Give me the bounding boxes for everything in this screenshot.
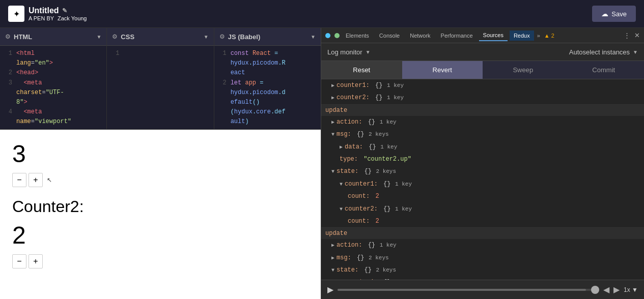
code-line: hydux.picodom.R <box>218 58 317 68</box>
tree-arrow-icon[interactable]: ▶ <box>331 94 334 102</box>
reset-button[interactable]: Reset <box>321 61 402 79</box>
close-devtools-button[interactable]: ✕ <box>634 32 640 39</box>
js-panel-dropdown-icon[interactable]: ▼ <box>311 34 316 40</box>
code-line: 1 <box>111 49 209 58</box>
log-entry-header: update <box>321 228 644 239</box>
css-panel: ⚙ CSS ▼ 1 <box>107 28 214 129</box>
log-tree-item: ▶ counter2: {} 1 key <box>321 92 644 104</box>
log-tree-item: ▶ msg: {} 2 keys <box>321 252 644 264</box>
css-panel-header: ⚙ CSS ▼ <box>107 28 213 46</box>
counter2-plus-button[interactable]: + <box>29 254 43 268</box>
save-button[interactable]: Save <box>592 6 636 22</box>
sweep-button[interactable]: Sweep <box>483 61 564 79</box>
counter2-value: 2 <box>12 221 309 249</box>
devtools-nav-icons <box>325 33 340 38</box>
pen-title: Untitled ✎ <box>29 6 87 15</box>
nav-icon-pointer <box>325 33 330 38</box>
code-line: charset="UTF- <box>4 88 102 98</box>
log-tree-item: ▼ msg: {} 2 keys <box>321 128 644 140</box>
progress-thumb[interactable] <box>591 286 599 294</box>
log-entry: ▶ counter1: {} 1 key ▶ counter2: {} 1 ke… <box>321 79 644 105</box>
progress-fill <box>338 289 586 291</box>
html-gear-icon[interactable]: ⚙ <box>5 33 11 40</box>
redux-autoselect-area: Autoselect instances ▼ <box>569 48 638 56</box>
counter1-plus-button[interactable]: + <box>29 173 43 187</box>
commit-button[interactable]: Commit <box>564 61 645 79</box>
counter2-minus-button[interactable]: − <box>12 254 26 268</box>
tree-arrow-icon[interactable]: ▼ <box>340 205 343 214</box>
log-tree-item: count: 2 <box>321 190 644 202</box>
tab-network[interactable]: Network <box>406 31 434 41</box>
tab-elements[interactable]: Elements <box>342 31 373 41</box>
more-tabs-icon[interactable]: » <box>537 33 540 39</box>
html-panel-dropdown-icon[interactable]: ▼ <box>96 34 101 40</box>
js-panel-content[interactable]: 1 const React = hydux.picodom.R eact 2 l… <box>214 46 321 129</box>
tree-arrow-icon[interactable]: ▶ <box>331 254 334 262</box>
next-button[interactable]: ▶ <box>613 285 620 294</box>
logo-icon: ✦ <box>8 6 24 22</box>
html-panel-content[interactable]: 1 <html lang="en"> 2 <head> 3 <meta <box>0 46 106 129</box>
redux-monitor-dropdown-icon[interactable]: ▼ <box>366 49 371 55</box>
tab-sources[interactable]: Sources <box>479 30 508 41</box>
code-line: 1 <html <box>4 49 102 58</box>
speed-selector[interactable]: 1x ▼ <box>624 286 638 293</box>
tab-performance[interactable]: Performance <box>437 31 477 41</box>
css-panel-content[interactable]: 1 <box>107 46 213 129</box>
tree-arrow-icon[interactable]: ▼ <box>331 266 334 275</box>
revert-button[interactable]: Revert <box>402 61 483 79</box>
tree-arrow-icon[interactable]: ▶ <box>331 81 334 90</box>
devtools-top-nav: Elements Console Network Performance Sou… <box>321 28 644 43</box>
log-entry-update-2: update ▶ action: {} 1 key ▶ msg: {} 2 ke… <box>321 228 644 280</box>
redux-toolbar: Log monitor ▼ Autoselect instances ▼ <box>321 43 644 61</box>
cursor-indicator: ↖ <box>47 176 52 184</box>
redux-autoselect-label: Autoselect instances <box>569 48 630 56</box>
tree-arrow-icon[interactable]: ▶ <box>331 118 334 127</box>
code-line: 3 <meta <box>4 78 102 88</box>
redux-actions-bar: Reset Revert Sweep Commit <box>321 61 644 79</box>
css-gear-icon[interactable]: ⚙ <box>112 33 118 40</box>
code-line: 1 const React = <box>218 49 317 58</box>
tree-arrow-icon[interactable]: ▼ <box>331 167 334 176</box>
log-tree-item: ▶ counter1: {} 1 key <box>321 79 644 92</box>
redux-log[interactable]: ▶ counter1: {} 1 key ▶ counter2: {} 1 ke… <box>321 79 644 280</box>
progress-bar[interactable] <box>338 289 599 291</box>
counter1-value: 3 <box>12 140 309 168</box>
log-tree-item: ▶ data: {} 1 key <box>321 141 644 153</box>
log-entry-update-1: update ▶ action: {} 1 key ▼ msg: {} 2 ke… <box>321 105 644 228</box>
play-button[interactable]: ▶ <box>327 285 333 294</box>
code-line: 2 let app = <box>218 78 317 88</box>
tree-arrow-icon[interactable]: ▼ <box>331 130 334 139</box>
js-panel-header: ⚙ JS (Babel) ▼ <box>214 28 321 46</box>
log-tree-item: ▶ action: {} 1 key <box>321 116 644 128</box>
edit-icon[interactable]: ✎ <box>62 7 67 14</box>
counter1-minus-button[interactable]: − <box>12 173 26 187</box>
tree-arrow-icon[interactable]: ▼ <box>340 180 343 189</box>
code-line: hydux.picodom.d <box>218 88 317 98</box>
js-gear-icon[interactable]: ⚙ <box>219 33 225 40</box>
tab-console[interactable]: Console <box>375 31 404 41</box>
redux-bottom-bar: ▶ ◀ ▶ 1x ▼ <box>321 280 644 299</box>
counter2-buttons: − + <box>12 254 309 268</box>
tree-arrow-icon[interactable]: ▶ <box>340 143 343 152</box>
html-panel-header: ⚙ HTML ▼ <box>0 28 106 46</box>
nav-icon-circle-green <box>334 33 340 38</box>
css-panel-dropdown-icon[interactable]: ▼ <box>204 34 209 40</box>
top-bar: ✦ Untitled ✎ A PEN BY Zack Young Save <box>0 0 644 28</box>
html-panel: ⚙ HTML ▼ 1 <html lang="en"> 2 <hea <box>0 28 107 129</box>
code-line: 8"> <box>4 98 102 107</box>
log-tree-item: ▶ action: {} 1 key <box>321 239 644 251</box>
preview-area: 3 − + ↖ Counter2: 2 − + <box>0 130 321 299</box>
prev-button[interactable]: ◀ <box>603 285 609 294</box>
devtools-panel: Elements Console Network Performance Sou… <box>321 28 644 299</box>
code-line: ault) <box>218 117 317 127</box>
tab-redux[interactable]: Redux <box>510 31 534 41</box>
counter1-buttons: − + ↖ <box>12 173 309 187</box>
title-text: Untitled <box>29 6 59 15</box>
js-panel-title: JS (Babel) <box>228 33 307 41</box>
settings-icon[interactable]: ⋮ <box>624 32 630 39</box>
tree-arrow-icon[interactable]: ▶ <box>331 241 334 250</box>
redux-autoselect-dropdown-icon[interactable]: ▼ <box>633 49 638 55</box>
alert-badge: ▲ 2 <box>544 33 554 39</box>
redux-monitor-area: Log monitor ▼ <box>327 48 371 56</box>
logo-area: ✦ Untitled ✎ A PEN BY Zack Young <box>8 6 87 22</box>
